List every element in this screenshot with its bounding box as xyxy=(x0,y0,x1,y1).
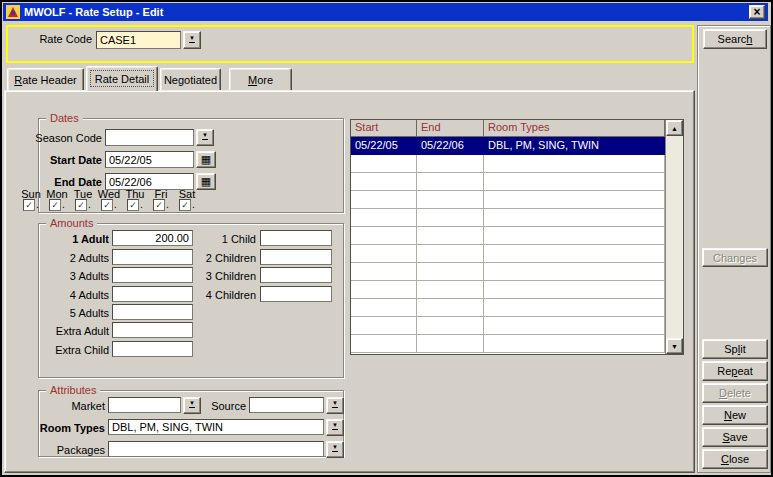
search-button[interactable]: Search xyxy=(703,29,767,49)
table-cell xyxy=(351,191,417,209)
weekday-checkbox-thu[interactable]: ✓ xyxy=(127,199,139,211)
season-code-dropdown-button[interactable]: ▼ xyxy=(196,129,214,146)
amount-2-children-input[interactable] xyxy=(260,249,332,265)
rate-code-input[interactable] xyxy=(96,31,181,49)
dropdown-icon: ▼ xyxy=(332,423,338,430)
table-row[interactable] xyxy=(351,245,665,263)
amount-4-children-input[interactable] xyxy=(260,286,332,302)
column-header-start: Start xyxy=(351,120,417,136)
table-row[interactable] xyxy=(351,209,665,227)
title-bar[interactable]: MWOLF - Rate Setup - Edit × xyxy=(3,3,768,21)
packages-input[interactable] xyxy=(108,441,324,457)
market-input[interactable] xyxy=(108,397,181,413)
dropdown-icon: ▼ xyxy=(332,401,338,408)
room-types-input[interactable] xyxy=(108,419,324,435)
checkbox-suffix: . xyxy=(140,200,143,210)
table-cell xyxy=(417,227,484,245)
table-cell xyxy=(417,335,484,353)
table-row[interactable] xyxy=(351,191,665,209)
weekday-checkbox-mon[interactable]: ✓ xyxy=(49,199,61,211)
scrollbar-track[interactable] xyxy=(666,136,683,338)
amount-5-adults-input[interactable] xyxy=(112,304,193,320)
weekday-checkbox-wed[interactable]: ✓ xyxy=(101,199,113,211)
amount-extra-child-input[interactable] xyxy=(112,341,193,357)
scroll-up-button[interactable]: ▲ xyxy=(666,120,683,136)
table-row[interactable] xyxy=(351,317,665,335)
weekday-checkbox-tue[interactable]: ✓ xyxy=(75,199,87,211)
table-row[interactable] xyxy=(351,281,665,299)
market-dropdown-button[interactable]: ▼ xyxy=(183,397,201,414)
source-input[interactable] xyxy=(249,397,324,413)
season-code-input[interactable] xyxy=(105,129,194,146)
tab-negotiated[interactable]: Negotiated xyxy=(160,68,221,90)
weekday-checkboxes: ✓. ✓. ✓. ✓. ✓. ✓. ✓. xyxy=(18,199,200,211)
weekday-checkbox-fri[interactable]: ✓ xyxy=(153,199,165,211)
tab-more[interactable]: More xyxy=(229,68,292,90)
table-row[interactable] xyxy=(351,263,665,281)
table-row[interactable] xyxy=(351,299,665,317)
scroll-down-button[interactable]: ▼ xyxy=(666,338,683,354)
packages-dropdown-button[interactable]: ▼ xyxy=(326,441,344,458)
table-cell xyxy=(351,245,417,263)
save-button[interactable]: Save xyxy=(702,427,768,447)
rate-code-dropdown-button[interactable]: ▼ xyxy=(183,31,201,49)
table-row[interactable] xyxy=(351,173,665,191)
weekday-checkbox-sat[interactable]: ✓ xyxy=(179,199,191,211)
amount-1-adult-label: 1 Adult xyxy=(10,233,109,246)
changes-button: Changes xyxy=(702,248,768,267)
attributes-group-label: Attributes xyxy=(46,384,100,396)
table-cell xyxy=(484,209,665,227)
room-types-dropdown-button[interactable]: ▼ xyxy=(326,419,344,436)
amount-2-children-label: 2 Children xyxy=(162,252,256,265)
table-cell xyxy=(484,263,665,281)
table-cell-start: 05/22/05 xyxy=(351,137,417,155)
split-button[interactable]: Split xyxy=(702,339,768,359)
button-label: S xyxy=(722,431,729,443)
amount-extra-adult-label: Extra Adult xyxy=(10,325,109,338)
table-row[interactable] xyxy=(351,335,665,353)
table-cell xyxy=(417,209,484,227)
table-cell xyxy=(351,299,417,317)
close-button[interactable]: × xyxy=(749,5,765,19)
amount-5-adults-label: 5 Adults xyxy=(10,307,109,320)
table-cell xyxy=(351,281,417,299)
tab-label: Rate Detail xyxy=(95,73,149,85)
table-cell xyxy=(484,317,665,335)
rate-detail-table: Start End Room Types 05/22/05 05/22/06 D… xyxy=(350,119,684,355)
table-cell xyxy=(484,191,665,209)
table-cell-room-types: DBL, PM, SING, TWIN xyxy=(484,137,665,155)
table-cell xyxy=(351,335,417,353)
table-cell xyxy=(417,281,484,299)
rate-grid-rows: 05/22/05 05/22/06 DBL, PM, SING, TWIN xyxy=(351,137,665,353)
table-row[interactable] xyxy=(351,155,665,173)
repeat-button[interactable]: Repeat xyxy=(702,361,768,381)
amount-4-children-label: 4 Children xyxy=(162,289,256,302)
amount-3-children-input[interactable] xyxy=(260,267,332,283)
amount-4-adults-label: 4 Adults xyxy=(10,289,109,302)
start-date-input[interactable] xyxy=(105,151,194,168)
table-cell xyxy=(351,173,417,191)
table-row[interactable] xyxy=(351,227,665,245)
app-icon xyxy=(6,5,20,19)
tab-rate-detail[interactable]: Rate Detail xyxy=(86,66,158,91)
weekday-checkbox-sun[interactable]: ✓ xyxy=(23,199,35,211)
button-label: Changes xyxy=(713,252,757,264)
table-scrollbar[interactable]: ▲ ▼ xyxy=(665,120,683,354)
button-label: Sp xyxy=(724,343,737,355)
amount-1-child-input[interactable] xyxy=(260,230,332,246)
column-header-end: End xyxy=(417,120,484,136)
calendar-icon: ▦ xyxy=(201,176,211,187)
amount-extra-adult-input[interactable] xyxy=(112,322,193,338)
tab-label: R xyxy=(14,74,22,86)
dates-group-label: Dates xyxy=(46,112,83,124)
market-label: Market xyxy=(10,400,105,413)
table-cell xyxy=(484,173,665,191)
table-row-selected[interactable]: 05/22/05 05/22/06 DBL, PM, SING, TWIN xyxy=(351,137,665,155)
amount-1-child-label: 1 Child xyxy=(162,233,256,246)
start-date-calendar-button[interactable]: ▦ xyxy=(196,151,216,168)
tab-rate-header[interactable]: Rate Header xyxy=(7,68,84,90)
source-dropdown-button[interactable]: ▼ xyxy=(326,397,344,414)
button-label: Re xyxy=(717,365,731,377)
new-button[interactable]: New xyxy=(702,405,768,425)
close-button-bottom[interactable]: Close xyxy=(702,449,768,469)
